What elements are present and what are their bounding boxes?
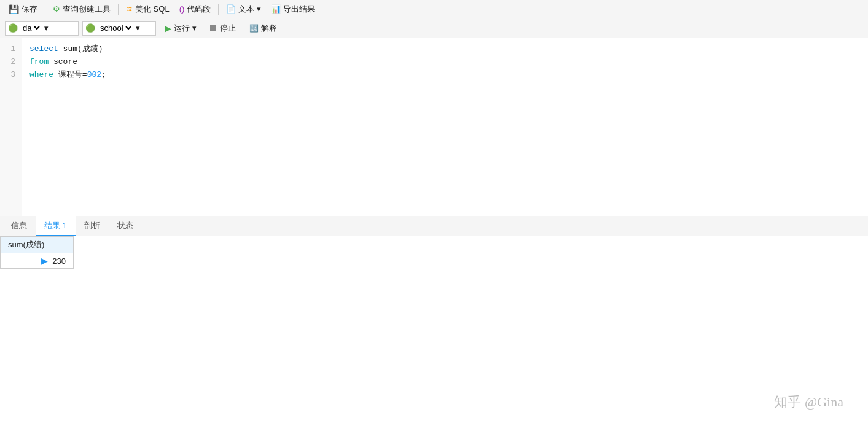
- row-indicator: ▶: [41, 256, 50, 266]
- stop-button[interactable]: 停止: [205, 22, 241, 35]
- explain-button[interactable]: 🔣 解释: [244, 22, 282, 35]
- text-dropdown-arrow: ▾: [257, 4, 261, 14]
- separator-3: [218, 4, 219, 15]
- text-button[interactable]: 📄 文本 ▾: [222, 2, 265, 16]
- run-button[interactable]: ▶ 运行 ▾: [160, 22, 201, 35]
- beautify-label: 美化 SQL: [135, 4, 170, 15]
- explain-label: 解释: [261, 23, 277, 34]
- schema-dropdown-arrow: ▾: [136, 23, 140, 33]
- tab-info[interactable]: 信息: [2, 216, 36, 236]
- db-icon: 🟢: [8, 23, 18, 33]
- code-table: score: [49, 57, 77, 66]
- schema-dropdown[interactable]: school: [98, 23, 133, 33]
- result-column-header: sum(成绩): [1, 237, 74, 253]
- schema-icon: 🟢: [85, 23, 95, 33]
- db-dropdown[interactable]: da: [20, 23, 42, 33]
- beautify-button[interactable]: ≋ 美化 SQL: [122, 2, 173, 16]
- line-numbers: 1 2 3: [0, 38, 22, 216]
- explain-icon: 🔣: [249, 24, 259, 33]
- export-icon: 📊: [271, 4, 281, 14]
- code-content[interactable]: select sum(成绩) from score where 课程号=002;: [22, 38, 868, 216]
- line-number-3: 3: [2, 69, 19, 82]
- code-button[interactable]: () 代码段: [176, 2, 215, 16]
- kw-from: from: [29, 57, 49, 66]
- code-func: sum(成绩): [58, 44, 103, 54]
- kw-select: select: [29, 44, 58, 54]
- text-icon: 📄: [226, 4, 236, 14]
- result-tabs-bar: 信息 结果 1 剖析 状态: [0, 216, 868, 236]
- save-label: 保存: [22, 4, 37, 15]
- code-semicolon: ;: [101, 70, 106, 79]
- table-row: ▶ 230: [1, 253, 74, 269]
- code-label: 代码段: [187, 4, 211, 15]
- code-icon: (): [179, 4, 185, 14]
- line-number-2: 2: [2, 56, 19, 69]
- main-toolbar: 💾 保存 ⚙ 查询创建工具 ≋ 美化 SQL () 代码段 📄 文本 ▾ 📊 导…: [0, 0, 868, 18]
- stop-icon: [210, 25, 216, 31]
- code-value: 002: [87, 70, 101, 79]
- run-icon: ▶: [165, 23, 171, 33]
- save-icon: 💾: [9, 4, 19, 14]
- tab-result1[interactable]: 结果 1: [36, 216, 76, 236]
- run-label: 运行: [174, 23, 190, 34]
- tab-status[interactable]: 状态: [109, 216, 142, 236]
- schema-selector[interactable]: 🟢 school ▾: [82, 21, 156, 36]
- db-bar: 🟢 da ▾ 🟢 school ▾ ▶ 运行 ▾ 停止 🔣 解释: [0, 18, 868, 38]
- code-editor: 1 2 3 select sum(成绩) from score where 课程…: [0, 38, 868, 216]
- query-builder-button[interactable]: ⚙ 查询创建工具: [49, 2, 114, 16]
- text-label: 文本: [238, 4, 254, 15]
- query-builder-icon: ⚙: [53, 4, 60, 14]
- export-button[interactable]: 📊 导出结果: [267, 2, 319, 16]
- line-number-1: 1: [2, 43, 19, 56]
- export-label: 导出结果: [283, 4, 315, 15]
- separator-1: [45, 4, 45, 15]
- query-builder-label: 查询创建工具: [63, 4, 111, 15]
- kw-where: where: [29, 70, 53, 79]
- result-value: 230: [52, 256, 66, 266]
- db-selector[interactable]: 🟢 da ▾: [5, 21, 79, 36]
- beautify-icon: ≋: [126, 4, 133, 14]
- stop-label: 停止: [220, 23, 236, 34]
- tab-analyze[interactable]: 剖析: [76, 216, 109, 236]
- db-dropdown-arrow: ▾: [44, 23, 49, 33]
- result-table: sum(成绩) ▶ 230: [0, 236, 74, 269]
- run-dropdown-arrow: ▾: [192, 23, 197, 33]
- result-area: sum(成绩) ▶ 230: [0, 236, 868, 269]
- save-button[interactable]: 💾 保存: [5, 2, 41, 16]
- code-condition: 课程号=: [53, 70, 87, 79]
- separator-2: [118, 4, 119, 15]
